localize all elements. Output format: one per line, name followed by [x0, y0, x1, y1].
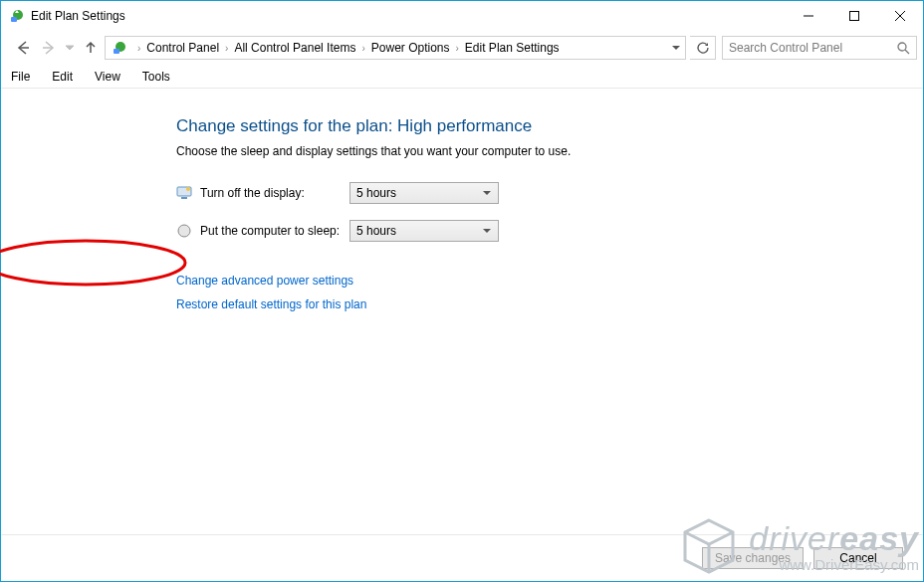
titlebar: Edit Plan Settings — [1, 1, 923, 31]
chevron-right-icon: › — [131, 43, 146, 54]
back-button[interactable] — [11, 36, 35, 60]
svg-point-14 — [186, 187, 190, 191]
minimize-button[interactable] — [786, 1, 831, 31]
maximize-button[interactable] — [831, 1, 877, 31]
svg-rect-3 — [850, 12, 859, 21]
svg-point-17 — [0, 241, 185, 285]
content-area: Change settings for the plan: High perfo… — [1, 89, 923, 535]
chevron-down-icon[interactable] — [671, 43, 681, 53]
cancel-button[interactable]: Cancel — [813, 547, 903, 569]
menu-view[interactable]: View — [95, 70, 120, 84]
forward-button[interactable] — [37, 36, 61, 60]
breadcrumb-item[interactable]: Power Options — [371, 41, 450, 55]
display-row: Turn off the display: 5 hours — [176, 182, 923, 204]
display-timeout-value: 5 hours — [356, 186, 396, 200]
svg-point-10 — [898, 43, 906, 51]
svg-line-11 — [905, 50, 909, 54]
svg-rect-1 — [11, 17, 17, 22]
menu-edit[interactable]: Edit — [52, 70, 73, 84]
window-root: Edit Plan Settings — [0, 0, 924, 582]
annotation-arrow — [0, 142, 81, 311]
breadcrumb-item[interactable]: Control Panel — [146, 41, 219, 55]
restore-defaults-link[interactable]: Restore default settings for this plan — [176, 297, 923, 311]
svg-point-15 — [178, 225, 190, 237]
sleep-timeout-select[interactable]: 5 hours — [349, 220, 499, 242]
recent-button[interactable] — [63, 36, 77, 60]
search-input[interactable] — [729, 41, 897, 55]
app-icon — [9, 8, 25, 24]
save-button: Save changes — [702, 547, 804, 569]
chevron-right-icon: › — [355, 43, 370, 54]
close-button[interactable] — [877, 1, 923, 31]
breadcrumb-item[interactable]: Edit Plan Settings — [465, 41, 560, 55]
chevron-right-icon: › — [450, 43, 465, 54]
window-buttons — [786, 1, 923, 31]
chevron-down-icon — [482, 226, 492, 236]
moon-icon — [176, 223, 192, 239]
sleep-timeout-value: 5 hours — [356, 224, 396, 238]
sleep-label: Put the computer to sleep: — [200, 224, 349, 238]
up-button[interactable] — [79, 36, 103, 60]
annotation-circle — [0, 235, 195, 291]
button-bar: Save changes Cancel — [1, 535, 923, 581]
page-subtext: Choose the sleep and display settings th… — [176, 144, 923, 158]
chevron-right-icon: › — [219, 43, 234, 54]
breadcrumb-icon — [112, 40, 127, 56]
page-heading: Change settings for the plan: High perfo… — [176, 116, 923, 136]
links-block: Change advanced power settings Restore d… — [176, 274, 923, 311]
display-timeout-select[interactable]: 5 hours — [349, 182, 499, 204]
advanced-settings-link[interactable]: Change advanced power settings — [176, 274, 923, 288]
menubar: File Edit View Tools — [1, 65, 923, 89]
menu-tools[interactable]: Tools — [142, 70, 170, 84]
search-icon — [897, 42, 910, 55]
breadcrumb[interactable]: › Control Panel › All Control Panel Item… — [105, 36, 686, 60]
svg-rect-9 — [114, 49, 119, 54]
window-title: Edit Plan Settings — [31, 9, 786, 23]
display-label: Turn off the display: — [200, 186, 349, 200]
monitor-icon — [176, 185, 192, 201]
sleep-row: Put the computer to sleep: 5 hours — [176, 220, 923, 242]
menu-file[interactable]: File — [11, 70, 30, 84]
breadcrumb-item[interactable]: All Control Panel Items — [234, 41, 355, 55]
svg-rect-13 — [181, 197, 187, 199]
refresh-button[interactable] — [690, 36, 716, 60]
search-box[interactable] — [722, 36, 917, 60]
navbar: › Control Panel › All Control Panel Item… — [1, 31, 923, 65]
chevron-down-icon — [482, 188, 492, 198]
